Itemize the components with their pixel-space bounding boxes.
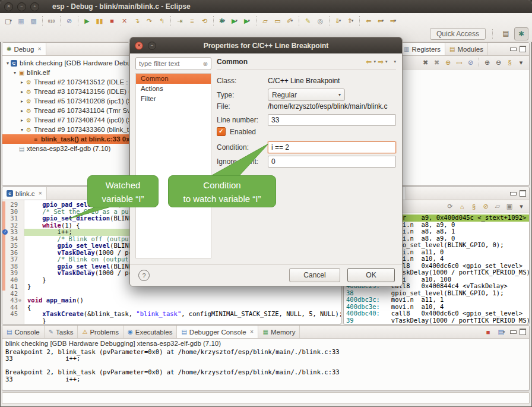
- search-icon[interactable]: ✐▾: [284, 15, 296, 27]
- gutter-row[interactable]: 35: [2, 242, 24, 250]
- view-menu-icon[interactable]: ▾: [517, 202, 526, 212]
- back-icon[interactable]: ⇐: [366, 58, 372, 66]
- tree-expander-icon[interactable]: ▸: [19, 118, 25, 123]
- step-over-icon[interactable]: ↷: [144, 15, 155, 27]
- debug-tree-item[interactable]: ▾▣blink.elf: [2, 68, 129, 77]
- run-icon[interactable]: ▶▾: [229, 15, 240, 27]
- open-resource-icon[interactable]: ▭: [272, 15, 283, 27]
- filter-box[interactable]: ⊗: [135, 57, 211, 70]
- cancel-button[interactable]: Cancel: [289, 268, 340, 282]
- mark-occurrences-icon[interactable]: ✎: [302, 15, 314, 27]
- terminate-icon[interactable]: ■: [483, 327, 493, 337]
- debug-tree-item[interactable]: ▸⚙Thread #2 1073413512 (IDLE : Running): [2, 77, 129, 87]
- gutter-row[interactable]: 45: [2, 311, 24, 318]
- debug-perspective[interactable]: ✱: [514, 27, 528, 40]
- link-icon[interactable]: §: [505, 58, 515, 68]
- condition-input[interactable]: [268, 141, 396, 153]
- section-item-filter[interactable]: Filter: [136, 94, 211, 104]
- tree-expander-icon[interactable]: ▾: [19, 127, 25, 132]
- add-register-group-icon[interactable]: ⊕: [443, 58, 453, 68]
- tree-expander-icon[interactable]: ▸: [19, 99, 25, 104]
- edit-group-icon[interactable]: ▭: [454, 58, 464, 68]
- type-dropdown[interactable]: Regular ▾: [268, 89, 345, 101]
- filter-input[interactable]: [139, 60, 195, 67]
- sync-pc-icon[interactable]: §: [469, 202, 479, 212]
- registers-body[interactable]: [400, 70, 529, 175]
- tab-blink-c[interactable]: c blink.c ✕: [2, 187, 47, 200]
- pin-editor-icon[interactable]: ◎: [315, 15, 326, 27]
- tab-memory[interactable]: ▦Memory: [258, 326, 300, 338]
- back-icon[interactable]: ⇐▾: [375, 15, 387, 27]
- refresh-icon[interactable]: ⟳: [445, 202, 455, 212]
- tab-problems[interactable]: ⚠Problems: [78, 326, 124, 338]
- close-icon[interactable]: ✕: [250, 329, 254, 335]
- tree-expander-icon[interactable]: ▾: [5, 61, 11, 66]
- maximize-view-icon[interactable]: [520, 329, 526, 335]
- tab-console[interactable]: ▤Console: [2, 326, 45, 338]
- dialog-minimize-icon[interactable]: −: [148, 42, 156, 50]
- console-body[interactable]: Breakpoint 2, blink_task (pvParameter=0x…: [2, 348, 529, 383]
- line-number-input[interactable]: [268, 114, 396, 126]
- tab-modules[interactable]: ▤ Modules: [445, 43, 488, 55]
- window-close-icon[interactable]: ✕: [4, 2, 13, 11]
- remove-all-icon[interactable]: ✖: [432, 58, 442, 68]
- step-into-icon[interactable]: ↴: [131, 15, 142, 27]
- show-execution-icon[interactable]: ≡: [186, 15, 198, 27]
- next-annotation-icon[interactable]: ⇓▾: [332, 15, 344, 27]
- debug-tree-item[interactable]: ≡blink_task() at blink.c:33 0x400dbc16: [2, 134, 129, 144]
- terminate-icon[interactable]: ■: [106, 15, 118, 27]
- section-item-actions[interactable]: Actions: [136, 84, 211, 94]
- collapse-all-icon[interactable]: ⊖: [493, 58, 504, 68]
- help-icon[interactable]: ?: [138, 270, 150, 281]
- window-maximize-icon[interactable]: +: [30, 2, 39, 11]
- disconnect-icon[interactable]: ✕: [119, 15, 130, 27]
- step-return-icon[interactable]: ↰: [156, 15, 167, 27]
- maximize-view-icon[interactable]: [520, 46, 526, 52]
- tab-tasks[interactable]: ✎Tasks: [45, 326, 78, 338]
- chevron-down-icon[interactable]: ▾: [385, 59, 388, 64]
- tree-expander-icon[interactable]: ▸: [19, 89, 25, 94]
- pointer-mode-icon[interactable]: ⊘: [466, 58, 476, 68]
- section-item-common[interactable]: Common: [136, 74, 211, 84]
- save-all-icon[interactable]: ▩: [28, 15, 39, 27]
- minimize-view-icon[interactable]: [510, 48, 517, 51]
- expand-all-icon[interactable]: ⊕: [482, 58, 492, 68]
- fold-icon[interactable]: ⊖: [18, 297, 24, 304]
- maximize-view-icon[interactable]: [520, 190, 526, 197]
- clear-filter-icon[interactable]: ⊗: [203, 61, 208, 67]
- gutter-row[interactable]: [2, 318, 24, 325]
- new-wizard-icon[interactable]: ▢▾: [3, 15, 14, 27]
- binary-icon[interactable]: 010: [46, 15, 57, 27]
- forward-icon[interactable]: ⇒▾: [388, 15, 399, 27]
- skip-breakpoints-icon[interactable]: ⊘: [64, 15, 75, 27]
- track-expression-icon[interactable]: ⊘: [481, 202, 490, 212]
- gutter-row[interactable]: 39: [2, 270, 24, 277]
- gutter-row[interactable]: 33✓: [2, 229, 24, 236]
- debug-tree-item[interactable]: ▾⚙Thread #9 1073433360 (blink_task : Run…: [2, 125, 129, 134]
- instruction-stepping-icon[interactable]: ⇥: [174, 15, 185, 27]
- view-menu-icon[interactable]: ▾: [516, 58, 526, 68]
- home-icon[interactable]: ⌂: [457, 202, 467, 212]
- open-type-icon[interactable]: ▱: [259, 15, 271, 27]
- save-icon[interactable]: ▦: [15, 15, 27, 27]
- debug-tree-item[interactable]: ▾Cblink checking [GDB Hardware Debugging…: [2, 58, 129, 68]
- remove-icon[interactable]: ✖: [420, 58, 430, 68]
- debug-icon[interactable]: ✱▾: [217, 15, 228, 27]
- reset-icon[interactable]: ⟲: [199, 15, 210, 27]
- gutter-row[interactable]: 29: [2, 201, 24, 209]
- tab-registers[interactable]: ▥ Registers: [400, 43, 445, 55]
- new-view-icon[interactable]: ▱: [493, 202, 502, 212]
- quick-access-button[interactable]: Quick Access: [430, 28, 486, 40]
- dialog-close-icon[interactable]: ✕: [135, 42, 143, 50]
- tab-debug[interactable]: ✱ Debug ✕: [2, 43, 46, 55]
- suspend-icon[interactable]: ▮▮: [94, 15, 105, 27]
- debug-tree[interactable]: ▾Cblink checking [GDB Hardware Debugging…: [2, 56, 129, 186]
- debug-tree-item[interactable]: ▸⚙Thread #5 1073410208 (ipc1) (Suspended…: [2, 96, 129, 106]
- gutter-row[interactable]: 37: [2, 256, 24, 263]
- gutter-row[interactable]: 43⊖: [2, 297, 24, 304]
- tree-expander-icon[interactable]: ▸: [19, 108, 25, 113]
- debug-tree-item[interactable]: ▸⚙Thread #3 1073413156 (IDLE) (Suspended…: [2, 87, 129, 96]
- chevron-down-icon[interactable]: ▾: [373, 59, 376, 64]
- pin-view-icon[interactable]: ▣: [505, 202, 514, 212]
- debug-tree-item[interactable]: ▸⚙Thread #7 1073408744 (ipc0) (Suspended…: [2, 115, 129, 125]
